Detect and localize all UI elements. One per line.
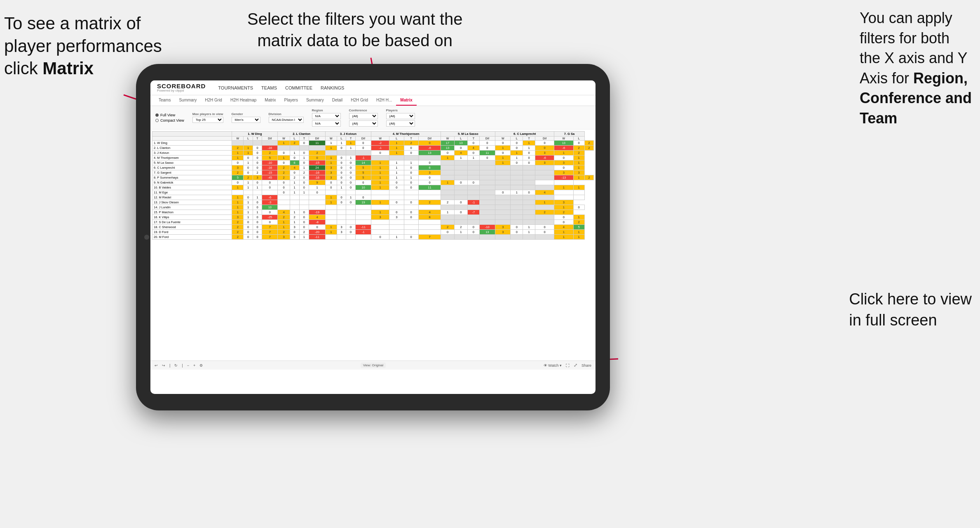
matrix-cell: 3 [371, 215, 389, 220]
division-select[interactable]: NCAA Division I [269, 117, 304, 123]
matrix-cell: -16 [262, 146, 278, 151]
matrix-cell: 1 [346, 156, 355, 160]
undo-icon[interactable]: ↩ [155, 363, 158, 368]
matrix-cell: -1 [371, 146, 389, 151]
matrix-cell [418, 190, 441, 195]
table-row: 2. L Clanton210-161010-110-6130401010-62… [152, 146, 594, 151]
region-select2[interactable]: N/A [312, 120, 341, 127]
nav-rankings[interactable]: RANKINGS [321, 85, 344, 90]
matrix-cell [389, 195, 404, 200]
players-select2[interactable]: (All) [386, 120, 415, 127]
matrix-cell: 1 [232, 200, 244, 205]
matrix-cell: 0 [346, 175, 355, 180]
matrix-cell [346, 190, 355, 195]
filters-bar: Full View Compact View Max players in vi… [150, 106, 596, 130]
tab-h2h-grid[interactable]: H2H Grid [201, 95, 226, 106]
matrix-cell: 3 [554, 170, 573, 175]
fullscreen-icon[interactable]: ⤢ [574, 363, 577, 368]
matrix-cell: 0 [535, 141, 554, 146]
matrix-cell: 4 [278, 210, 290, 215]
matrix-cell [441, 235, 454, 240]
matrix-cell: 1 [389, 151, 404, 156]
compact-view-radio[interactable] [155, 119, 159, 122]
matrix-cell: 3 [290, 235, 299, 240]
matrix-cell [337, 235, 346, 240]
tab-h2h-grid2[interactable]: H2H Grid [347, 95, 372, 106]
matrix-cell [371, 156, 389, 160]
region-select[interactable]: N/A [312, 113, 341, 119]
matrix-cell: 13 [441, 146, 454, 151]
matrix-cell: 0 [232, 180, 244, 185]
matrix-cell: 0 [253, 180, 262, 185]
player-name-cell: 3. J Koivun [152, 151, 232, 156]
table-row: 18. C Sherwood20071300130-11220-10301045 [152, 225, 594, 230]
max-players-select[interactable]: Top 25 [192, 117, 223, 123]
matrix-cell: 9 [309, 180, 326, 185]
matrix-cell: 0 [309, 225, 326, 230]
conference-select1[interactable]: (All) [349, 113, 378, 119]
matrix-cell [454, 215, 467, 220]
matrix-cell: 5 [355, 165, 371, 170]
conference-select2[interactable]: (All) [349, 120, 378, 127]
tab-matrix-left[interactable]: Matrix [260, 95, 280, 106]
matrix-cell: 1 [325, 156, 337, 160]
matrix-cell: 0 [253, 146, 262, 151]
matrix-cell: 1 [299, 156, 309, 160]
watch-button[interactable]: 👁 Watch ▾ [544, 363, 562, 368]
refresh-icon[interactable]: ↻ [174, 363, 178, 368]
matrix-cell [290, 200, 299, 205]
matrix-cell: 8 [418, 215, 441, 220]
matrix-cell [253, 141, 262, 146]
players-select1[interactable]: (All) [386, 113, 415, 119]
matrix-cell: 0 [495, 151, 511, 156]
matrix-cell: 1 [371, 175, 389, 180]
tab-players[interactable]: Players [280, 95, 302, 106]
tab-h2h-h[interactable]: H2H H... [372, 95, 396, 106]
zoom-out-icon[interactable]: − [187, 363, 189, 368]
gender-select[interactable]: Men's [232, 117, 260, 123]
matrix-cell: 1 [325, 146, 337, 151]
matrix-cell: 0 [337, 146, 346, 151]
tab-matrix-active[interactable]: Matrix [396, 95, 416, 106]
matrix-cell: 2 [278, 230, 290, 235]
redo-icon[interactable]: ↪ [162, 363, 165, 368]
col-l-clanton: 2. L Clanton [278, 132, 325, 137]
expand-icon[interactable]: ⛶ [566, 363, 570, 368]
matrix-cell: 0 [389, 210, 404, 215]
matrix-cell [479, 175, 495, 180]
tab-summary[interactable]: Summary [175, 95, 201, 106]
compact-view-option[interactable]: Compact View [155, 118, 184, 123]
nav-tournaments[interactable]: TOURNAMENTS [218, 85, 253, 90]
matrix-cell: 1 [232, 205, 244, 210]
full-view-radio[interactable] [155, 113, 159, 117]
matrix-cell: 3 [325, 175, 337, 180]
zoom-in-icon[interactable]: + [193, 363, 195, 368]
settings-icon[interactable]: ⚙ [199, 363, 203, 368]
tab-h2h-heatmap[interactable]: H2H Heatmap [226, 95, 260, 106]
matrix-cell: 1 [290, 180, 299, 185]
matrix-cell [495, 210, 511, 215]
matrix-cell [418, 225, 441, 230]
tab-summary2[interactable]: Summary [302, 95, 328, 106]
matrix-cell [262, 141, 278, 146]
player-col-header [152, 132, 232, 137]
matrix-cell: 0 [299, 141, 309, 146]
nav-teams[interactable]: TEAMS [261, 85, 277, 90]
full-view-option[interactable]: Full View [155, 113, 184, 117]
player-name-cell: 20. M Ford [152, 235, 232, 240]
matrix-cell: 3 [253, 175, 262, 180]
matrix-cell: 0 [337, 195, 346, 200]
matrix-cell [418, 205, 441, 210]
tab-teams[interactable]: Teams [155, 95, 175, 106]
share-button[interactable]: Share [581, 363, 591, 368]
matrix-cell [325, 220, 337, 225]
player-name-cell: 17. S De La Fuente [152, 220, 232, 225]
matrix-cell: 3 [325, 170, 337, 175]
nav-committee[interactable]: COMMITTEE [285, 85, 312, 90]
matrix-cell: 0 [404, 215, 418, 220]
matrix-cell [495, 170, 511, 175]
matrix-cell [468, 175, 479, 180]
matrix-cell: 2 [232, 220, 244, 225]
tab-detail[interactable]: Detail [328, 95, 347, 106]
matrix-cell [371, 220, 389, 225]
